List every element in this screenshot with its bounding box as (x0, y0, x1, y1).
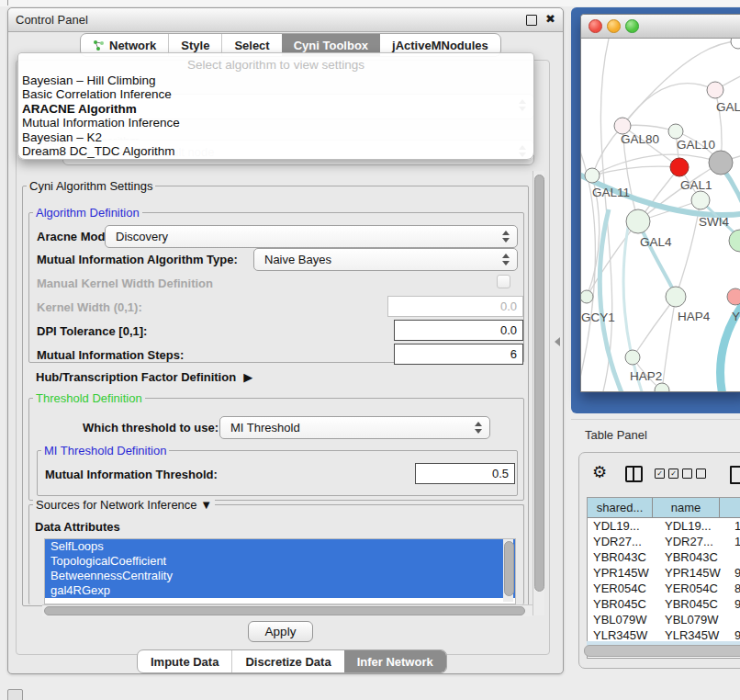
network-window-titlebar[interactable] (581, 15, 740, 39)
tab-label: Network (109, 39, 156, 52)
network-node[interactable] (655, 383, 669, 391)
table-horizontal-scrollbar[interactable] (584, 645, 740, 657)
algorithm-option[interactable]: Bayesian – Hill Climbing (18, 73, 533, 87)
network-node[interactable] (625, 350, 640, 365)
scrollbar-thumb[interactable] (534, 175, 544, 592)
control-panel-titlebar[interactable]: Control Panel ✖ (8, 8, 563, 32)
group-title: Cyni Algorithm Settings (27, 179, 155, 193)
network-node-label: HAP2 (630, 369, 662, 383)
network-node[interactable] (727, 288, 740, 305)
network-node[interactable] (626, 209, 650, 233)
network-graph[interactable]: GALGAL80GAL10GAL11GAL1GAL4SWI4GCY1HAP4YH… (581, 39, 740, 391)
attributes-list-scrollbar[interactable] (503, 539, 513, 602)
table-cell: YER054C (657, 581, 731, 596)
panel-divider-handle[interactable] (555, 337, 560, 346)
table-row[interactable]: YBL079WYBL079W (588, 612, 740, 627)
network-node-label: GAL4 (640, 235, 672, 249)
mi-threshold-field[interactable]: 0.5 (415, 463, 515, 484)
tab-infer-network[interactable]: Infer Network (344, 650, 446, 672)
collapsed-panel-icon[interactable] (7, 689, 23, 700)
group-title: MI Threshold Definition (41, 444, 169, 457)
algorithm-option[interactable]: Basic Correlation Inference (18, 87, 533, 101)
network-edge (721, 292, 740, 391)
data-attribute-item[interactable]: gal4RGexp (45, 583, 515, 598)
network-node[interactable] (585, 168, 600, 183)
table-panel-title: Table Panel (585, 428, 647, 442)
group-title: Threshold Definition (33, 391, 145, 405)
unchecked-box-icon (696, 469, 706, 479)
algorithm-option[interactable]: Dream8 DC_TDC Algorithm (18, 144, 533, 158)
float-window-icon[interactable] (526, 15, 537, 26)
algorithm-option[interactable]: ARACNE Algorithm (18, 102, 533, 116)
gear-icon[interactable]: ⚙ (592, 462, 607, 482)
close-traffic-light[interactable] (589, 19, 602, 33)
app-top-strip (0, 0, 740, 6)
network-node[interactable] (668, 124, 683, 139)
manual-kernel-label: Manual Kernel Width Definition (37, 277, 213, 290)
combo-value: MI Threshold (230, 421, 300, 435)
algorithm-option[interactable]: Bayesian – K2 (18, 130, 533, 144)
settings-horizontal-scrollbar[interactable] (42, 604, 533, 616)
table-cell: YBL079W (588, 612, 657, 627)
combo-value: Naive Bayes (264, 253, 331, 266)
tab-impute-data[interactable]: Impute Data (138, 650, 231, 672)
settings-vertical-scrollbar[interactable] (533, 171, 544, 615)
kernel-width-field[interactable]: 0.0 (387, 296, 523, 317)
network-node[interactable] (707, 82, 723, 98)
network-node[interactable] (581, 290, 593, 303)
deselect-all-checkboxes-icon[interactable] (682, 469, 706, 479)
algorithm-option[interactable]: Mutual Information Inference (18, 116, 533, 130)
data-attribute-item[interactable]: TopologicalCoefficient (45, 554, 515, 569)
network-edge (662, 297, 676, 390)
table-row[interactable]: YPR145WYPR145W9. (588, 565, 740, 581)
network-window: GALGAL80GAL10GAL11GAL1GAL4SWI4GCY1HAP4YH… (580, 14, 740, 392)
column-header-cut[interactable] (720, 498, 740, 517)
which-threshold-combo[interactable]: MI Threshold (219, 416, 490, 439)
table-row[interactable]: YDR27...YDR27...12 (588, 534, 740, 549)
tab-label: Infer Network (357, 655, 433, 669)
data-attributes-list[interactable]: SelfLoopsTopologicalCoefficientBetweenne… (44, 538, 516, 604)
column-header-shared-name[interactable]: shared... (588, 498, 653, 517)
manual-kernel-checkbox[interactable] (497, 275, 510, 288)
sources-toggle[interactable]: Sources for Network Inference ▼ (33, 498, 215, 512)
mi-steps-field[interactable]: 6 (394, 344, 523, 365)
node-table: shared... name YDL19...YDL19...13YDR27..… (587, 497, 740, 659)
column-header-name[interactable]: name (653, 498, 720, 517)
table-row[interactable]: YDL19...YDL19...13 (588, 518, 740, 534)
table-row[interactable]: YER054CYER054C8. (588, 581, 740, 596)
table-panel-separator (571, 419, 740, 420)
zoom-traffic-light[interactable] (625, 19, 639, 33)
table-row[interactable]: YBR045CYBR045C9. (588, 596, 740, 612)
scrollbar-thumb[interactable] (504, 541, 514, 596)
cyni-algorithm-settings-group: Cyni Algorithm Settings Algorithm Defini… (22, 186, 529, 606)
scrollbar-thumb[interactable] (44, 606, 525, 615)
column-layout-icon[interactable] (625, 466, 643, 482)
threshold-definition-group: Threshold Definition Which threshold to … (28, 398, 524, 501)
close-icon[interactable]: ✖ (545, 12, 555, 26)
tab-discretize-data[interactable]: Discretize Data (231, 650, 343, 672)
aracne-mode-combo[interactable]: Discovery (105, 225, 518, 248)
table-cell: YDR27... (657, 534, 731, 549)
hub-definition-toggle[interactable]: Hub/Transcription Factor Definition▶ (36, 370, 252, 384)
network-node[interactable] (666, 287, 686, 307)
network-node-label: GAL1 (680, 178, 712, 192)
network-node[interactable] (731, 39, 740, 49)
table-row[interactable]: YBR043CYBR043C (588, 549, 740, 565)
network-node[interactable] (691, 191, 710, 209)
network-edge (638, 221, 677, 298)
apply-button[interactable]: Apply (248, 621, 313, 642)
table-cell: 12 (731, 534, 740, 549)
bottom-tabbar: Impute Data Discretize Data Infer Networ… (137, 649, 447, 673)
data-attribute-item[interactable]: BetweennessCentrality (45, 569, 515, 583)
network-node[interactable] (709, 151, 733, 175)
export-table-icon[interactable] (730, 466, 740, 484)
minimize-traffic-light[interactable] (607, 19, 621, 33)
table-cell: YDL19... (588, 518, 657, 534)
data-attribute-item[interactable]: SelfLoops (45, 539, 515, 554)
network-node[interactable] (670, 158, 689, 176)
tab-label: Style (181, 39, 209, 52)
network-node[interactable] (729, 230, 740, 252)
select-all-checkboxes-icon[interactable]: ✓ ✓ (655, 469, 678, 479)
mi-type-combo[interactable]: Naive Bayes (253, 248, 518, 271)
dpi-tolerance-field[interactable]: 0.0 (394, 320, 523, 341)
